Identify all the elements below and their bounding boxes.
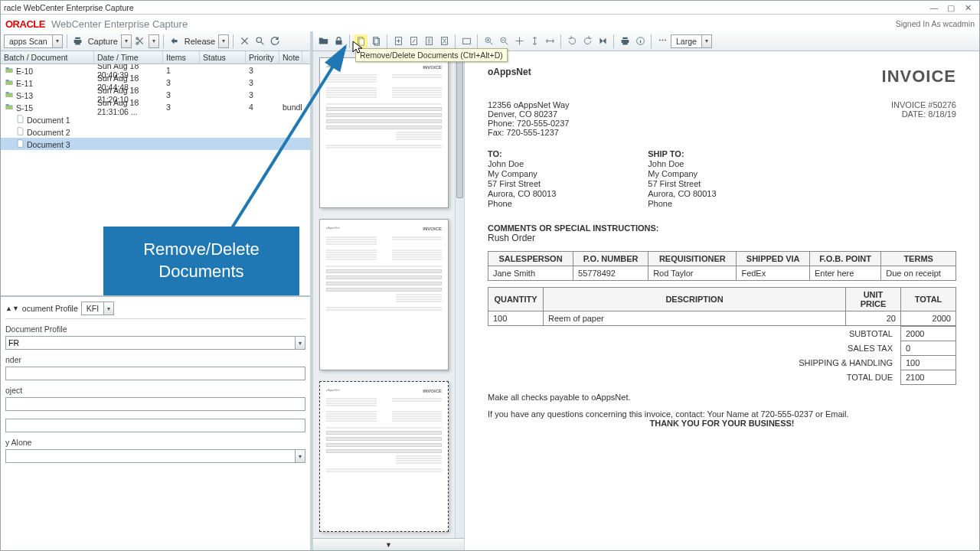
batch-icon: [4, 77, 15, 86]
col-note[interactable]: Note: [279, 51, 302, 64]
document-profile-input[interactable]: [5, 336, 295, 350]
release-dropdown-icon[interactable]: ▾: [218, 34, 229, 48]
search-icon[interactable]: [253, 34, 266, 48]
comments-label: COMMENTS OR SPECIAL INSTRUCTIONS:: [488, 223, 956, 233]
page-thumbnail-3[interactable]: oAppsNetINVOICE: [319, 381, 449, 532]
document-row[interactable]: Document 3: [1, 138, 310, 150]
meta-field-2[interactable]: [5, 397, 305, 411]
insert-page-icon[interactable]: [391, 34, 405, 48]
flip-icon[interactable]: [596, 34, 609, 48]
meta-field-4[interactable]: ▾: [5, 449, 305, 463]
document-icon: [15, 115, 25, 123]
thumb-scroll-down-icon[interactable]: ▼: [313, 538, 464, 550]
info-icon[interactable]: [633, 34, 647, 48]
printer-icon[interactable]: [71, 34, 85, 48]
close-button[interactable]: ✕: [959, 3, 976, 12]
collapse-icon[interactable]: ▲▼: [5, 305, 19, 312]
ship-to: SHIP TO:John DoeMy Company57 First Stree…: [648, 149, 716, 208]
batch-icon: [4, 90, 15, 99]
thanks-note: THANK YOU FOR YOUR BUSINESS!: [488, 419, 956, 428]
attachment-icon[interactable]: [459, 34, 473, 48]
svg-rect-5: [359, 38, 364, 45]
page-thumbnail-2[interactable]: oAppsNetINVOICE: [319, 219, 449, 370]
append-page-icon[interactable]: [407, 34, 420, 48]
order-info-table: SALESPERSONP.O. NUMBERREQUISITIONERSHIPP…: [488, 251, 956, 281]
col-priority[interactable]: Priority: [246, 51, 279, 64]
dropdown-icon[interactable]: ▾: [701, 34, 712, 48]
fit-width-icon[interactable]: [543, 34, 557, 48]
capture-dropdown-icon[interactable]: ▾: [121, 34, 132, 48]
totals-table: SUBTOTAL2000SALES TAX0SHIPPING & HANDLIN…: [794, 326, 956, 385]
field-label: nder: [5, 355, 305, 364]
thumb-scrollbar[interactable]: [455, 51, 464, 538]
toolbar-separator: [560, 34, 561, 48]
replace-page-icon[interactable]: [422, 34, 436, 48]
field-label: oject: [5, 386, 305, 395]
batch-icon: [4, 65, 15, 74]
meta-field-3[interactable]: [5, 419, 305, 432]
delete-page-icon[interactable]: [437, 34, 451, 48]
batch-row[interactable]: S-15Sun Aug 18 21:31:06 ...34bundl: [1, 101, 310, 113]
annotation-callout: Remove/Delete Documents: [103, 227, 299, 295]
meta-field-1[interactable]: [5, 367, 305, 380]
lock-icon[interactable]: [332, 34, 345, 48]
tooltip: Remove/Delete Documents (Ctrl+Alt+D): [355, 48, 508, 62]
bill-to: TO:John DoeMy Company57 First StreetAuro…: [488, 149, 556, 208]
dropdown-icon[interactable]: ▾: [295, 449, 305, 463]
capture-label[interactable]: Capture: [87, 37, 119, 46]
tree-header: Batch / Document Date / Time Items Statu…: [1, 51, 310, 64]
fit-height-icon[interactable]: [528, 34, 541, 48]
thumbnail-size-value: Large: [671, 34, 701, 48]
scissors-icon[interactable]: [133, 34, 147, 48]
zoom-area-icon[interactable]: [512, 34, 526, 48]
col-items[interactable]: Items: [163, 51, 200, 64]
duplicate-doc-icon[interactable]: [369, 34, 383, 48]
batch-icon: [4, 102, 15, 111]
release-label[interactable]: Release: [183, 37, 217, 46]
zoom-out-icon[interactable]: [497, 34, 511, 48]
invoice-number: INVOICE #50276: [891, 100, 956, 109]
toolbar-separator: [67, 34, 67, 48]
thumbnail-scroll[interactable]: oAppsNetINVOICE oAppsNetINVOICE oAppsNet…: [313, 51, 455, 538]
app-window: racle WebCenter Enterprise Capture — ▢ ✕…: [0, 0, 980, 551]
dropdown-icon[interactable]: ▾: [149, 34, 159, 48]
col-status[interactable]: Status: [200, 51, 246, 64]
svg-rect-12: [462, 38, 470, 44]
refresh-icon[interactable]: [268, 34, 282, 48]
dropdown-icon[interactable]: ▾: [295, 336, 305, 350]
rotate-left-icon[interactable]: [565, 34, 579, 48]
document-icon: [15, 127, 25, 135]
toolbar-separator: [233, 34, 234, 48]
zoom-in-icon[interactable]: [482, 34, 495, 48]
release-icon[interactable]: [168, 34, 181, 48]
toolbar-separator: [163, 34, 164, 48]
col-batch[interactable]: Batch / Document: [1, 51, 94, 64]
dropdown-icon[interactable]: ▾: [103, 302, 114, 315]
toolbar-separator: [477, 34, 478, 48]
page-thumbnail-1[interactable]: oAppsNetINVOICE: [319, 57, 449, 208]
minimize-button[interactable]: —: [926, 3, 942, 12]
doc-profile-label: ocument Profile: [22, 304, 78, 313]
meta-field-4-input[interactable]: [5, 449, 295, 463]
rotate-right-icon[interactable]: [580, 34, 594, 48]
delete-batch-icon[interactable]: [237, 34, 251, 48]
signin-label: Signed In As wcadmin: [896, 19, 975, 28]
print-icon[interactable]: [618, 34, 632, 48]
right-pane: ⋯ Large ▾ oAppsNetINVOICE: [313, 31, 979, 550]
window-title: racle WebCenter Enterprise Capture: [4, 3, 926, 12]
thumbnail-size-combo[interactable]: Large ▾: [671, 34, 712, 48]
maximize-button[interactable]: ▢: [942, 3, 959, 12]
document-viewer[interactable]: oAppsNet INVOICE 12356 oAppsNet WayDenve…: [465, 51, 979, 550]
dropdown-icon[interactable]: ▾: [52, 34, 63, 48]
scan-profile-combo[interactable]: apps Scan ▾: [4, 34, 63, 48]
folder-icon[interactable]: [316, 34, 330, 48]
more-icon[interactable]: ⋯: [655, 34, 669, 48]
document-profile-select[interactable]: ▾: [5, 336, 305, 350]
metadata-panel: ▲▼ ocument Profile KFI ▾ Document Profil…: [1, 296, 310, 550]
doc-profile-combo[interactable]: KFI ▾: [81, 302, 114, 315]
document-row[interactable]: Document 2: [1, 126, 310, 138]
remove-delete-documents-button[interactable]: [354, 34, 368, 48]
toolbar-separator: [387, 34, 387, 48]
line-items-table: QUANTITYDESCRIPTIONUNIT PRICETOTAL 100Re…: [488, 287, 956, 326]
col-date[interactable]: Date / Time: [94, 51, 163, 64]
